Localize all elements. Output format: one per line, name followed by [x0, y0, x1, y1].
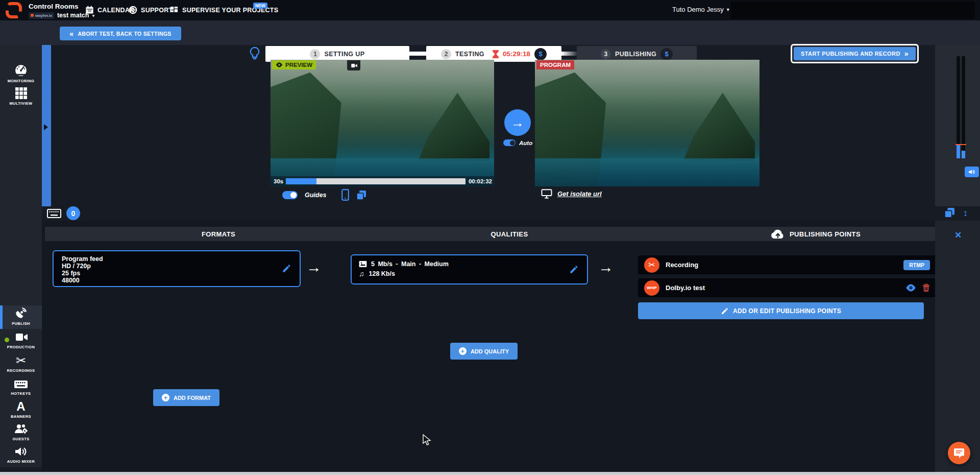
add-format-button[interactable]: + ADD FORMAT — [153, 389, 219, 406]
program-monitor[interactable]: PROGRAM — [535, 60, 760, 186]
add-edit-publishing-button[interactable]: ADD OR EDIT PUBLISHING POINTS — [638, 302, 924, 319]
edit-pencil-icon[interactable] — [569, 265, 579, 274]
tips-bulb-icon[interactable] — [249, 46, 261, 61]
vu-meter-left — [957, 56, 960, 158]
quality-audio-line: ♫ 128 Kb/s — [359, 270, 395, 277]
exchange-panel: ✕ EXP. IMP. RAW — [935, 221, 980, 472]
quality-video-label: 5 Mb/s - Main - Medium — [371, 260, 449, 268]
publish-satellite-icon — [0, 306, 42, 320]
panel-collapse-handle[interactable] — [42, 45, 51, 206]
vu-meter-peak-mark — [955, 144, 966, 145]
format-card[interactable]: Program feed HD / 720p 25 fps 48000 — [53, 250, 301, 287]
transition-button[interactable]: → — [504, 109, 531, 136]
add-quality-button[interactable]: + ADD QUALITY — [450, 343, 518, 360]
vu-meter-fill — [962, 151, 965, 158]
sidebar-item-monitoring[interactable]: MONITORING — [0, 64, 42, 83]
sidebar-item-recordings[interactable]: ✂ RECORDINGS — [0, 354, 42, 373]
preview-tools-row: Guides — [282, 189, 366, 201]
layers-icon[interactable] — [944, 207, 955, 218]
nav-calendar[interactable]: CALENDAR — [85, 6, 135, 14]
sidebar-item-banners[interactable]: A BANNERS — [0, 400, 42, 419]
project-name: test match — [57, 12, 89, 19]
eye-icon[interactable] — [905, 284, 916, 292]
camera-icon — [350, 63, 358, 68]
sidebar-label: PUBLISH — [0, 321, 42, 326]
sidebar-item-audio-mixer[interactable]: AUDIO MIXER — [0, 445, 42, 464]
user-menu[interactable]: Tuto Demo Jessy ▾ — [672, 6, 729, 13]
easylive-logo-icon[interactable] — [5, 2, 22, 18]
start-publishing-button[interactable]: START PUBLISHING AND RECORD » — [794, 47, 916, 60]
recording-scissors-icon: ✂ — [644, 257, 659, 273]
chat-bubble-icon — [953, 448, 965, 458]
guides-toggle[interactable] — [282, 191, 298, 199]
format-name: Program feed — [62, 255, 103, 263]
abort-test-button[interactable]: « ABORT TEST, BACK TO SETTINGS — [60, 27, 181, 40]
column-headers-strip: FORMATS QUALITIES PUBLISHING POINTS — [45, 227, 935, 241]
collapse-arrow-icon — [44, 124, 48, 130]
chevrons-left-icon: « — [69, 30, 74, 38]
source-camera-badge[interactable] — [347, 60, 360, 70]
brand-dot-icon — [31, 14, 34, 17]
horizontal-scrollbar[interactable] — [0, 472, 980, 475]
support-chat-bubble[interactable] — [948, 442, 970, 464]
expand-vertical-icon[interactable]: ↕ — [963, 208, 968, 218]
isolate-url-row: Get isolate url — [541, 189, 602, 199]
quality-card[interactable]: 5 Mb/s - Main - Medium ♫ 128 Kb/s — [351, 254, 588, 284]
left-sidebar: MONITORING MULTIVIEW PUBLISH PRODUCTION … — [0, 45, 42, 467]
quality-audio-label: 128 Kb/s — [369, 270, 395, 277]
sidebar-label: MULTIVIEW — [0, 101, 42, 106]
arrow-right-icon: → — [306, 259, 322, 275]
hotkey-count-badge[interactable]: 0 — [66, 206, 80, 220]
duplicate-view-icon[interactable] — [356, 190, 366, 200]
sidebar-label: PRODUCTION — [0, 345, 42, 349]
redacted-area — [731, 2, 975, 19]
isolate-url-link[interactable]: Get isolate url — [557, 190, 602, 198]
publishing-point-row[interactable]: WHIP Dolby.io test — [638, 278, 936, 297]
scissors-glyph: ✂ — [648, 261, 655, 269]
sidebar-item-hotkeys[interactable]: HOTKEYS — [0, 378, 42, 396]
preview-progress-track[interactable] — [286, 178, 465, 184]
vu-meter-fill — [957, 145, 960, 158]
monitor-audio-button[interactable] — [965, 167, 979, 177]
dollar-cost-icon[interactable]: $ — [534, 48, 547, 60]
format-card-text: Program feed HD / 720p 25 fps 48000 — [62, 255, 103, 284]
trash-icon[interactable] — [922, 283, 930, 292]
quality-video-line: 5 Mb/s - Main - Medium — [359, 260, 449, 268]
step-3-label: PUBLISHING — [615, 51, 656, 58]
preview-monitor[interactable]: PREVIEW 30s 00:02:32 — [271, 60, 494, 186]
sidebar-item-production[interactable]: PRODUCTION — [0, 331, 42, 349]
publishing-point-name: Recording — [666, 261, 897, 269]
nav-support[interactable]: SUPPORT — [129, 6, 173, 14]
guests-people-icon — [0, 423, 42, 435]
preview-progress-overlay: 30s 00:02:32 — [271, 176, 494, 186]
preview-badge: PREVIEW — [272, 60, 316, 69]
add-edit-publishing-label: ADD OR EDIT PUBLISHING POINTS — [733, 307, 841, 315]
add-format-label: ADD FORMAT — [174, 395, 211, 401]
auto-toggle[interactable] — [503, 139, 516, 146]
step-connector — [409, 52, 426, 56]
sidebar-item-publish[interactable]: PUBLISH — [0, 305, 42, 329]
sidebar-item-multiview[interactable]: MULTIVIEW — [0, 87, 42, 106]
cloud-upload-icon — [771, 229, 785, 239]
publish-panel: FORMATS QUALITIES PUBLISHING POINTS Prog… — [42, 221, 935, 472]
sidebar-label: GUESTS — [0, 437, 42, 441]
keyboard-icon — [47, 208, 61, 219]
scene-sea — [535, 158, 760, 186]
sidebar-item-guests[interactable]: GUESTS — [0, 423, 42, 441]
dollar-cost-icon[interactable]: $ — [660, 48, 673, 60]
page-title: Control Rooms — [29, 3, 79, 10]
close-icon[interactable]: ✕ — [954, 230, 962, 241]
easylive-brand-badge: easylive.io — [29, 12, 54, 19]
publishing-points-header: PUBLISHING POINTS — [703, 227, 928, 241]
multiview-grid-icon — [0, 87, 42, 100]
mobile-preview-icon[interactable] — [341, 189, 349, 201]
publishing-point-name: Dolby.io test — [666, 284, 899, 292]
control-rooms-app: Control Rooms easylive.io test match ▾ C… — [0, 0, 980, 475]
edit-pencil-icon[interactable] — [282, 264, 291, 273]
image-icon — [359, 260, 367, 268]
step-1-label: SETTING UP — [324, 51, 364, 58]
user-name: Tuto Demo Jessy — [672, 6, 724, 13]
publishing-point-row[interactable]: ✂ Recording RTMP — [638, 255, 936, 274]
arrow-right-icon: → — [598, 259, 614, 275]
pencil-icon — [721, 307, 729, 315]
